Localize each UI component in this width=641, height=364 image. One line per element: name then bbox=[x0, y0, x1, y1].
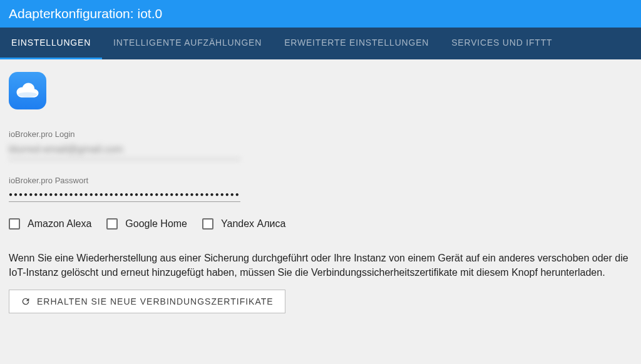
refresh-icon bbox=[21, 296, 31, 306]
svg-point-0 bbox=[18, 93, 37, 98]
assistants-checkbox-group: Amazon Alexa Google Home Yandex Алиса bbox=[9, 218, 632, 230]
login-field: ioBroker.pro Login bbox=[9, 129, 240, 159]
checkbox-box-icon bbox=[9, 218, 20, 230]
tab-einstellungen[interactable]: EINSTELLUNGEN bbox=[0, 28, 102, 59]
checkbox-label: Yandex Алиса bbox=[221, 218, 285, 230]
checkbox-amazon-alexa[interactable]: Amazon Alexa bbox=[9, 218, 91, 230]
cloud-icon bbox=[14, 81, 41, 100]
tab-erweiterte-einstellungen[interactable]: ERWEITERTE EINSTELLUNGEN bbox=[273, 28, 440, 59]
tab-intelligente-aufzaehlungen[interactable]: INTELLIGENTE AUFZÄHLUNGEN bbox=[102, 28, 273, 59]
tab-services-und-ifttt[interactable]: SERVICES UND IFTTT bbox=[440, 28, 563, 59]
checkbox-label: Amazon Alexa bbox=[28, 218, 91, 230]
content-area: ioBroker.pro Login ioBroker.pro Passwort… bbox=[0, 59, 641, 326]
login-input[interactable] bbox=[9, 141, 240, 159]
login-label: ioBroker.pro Login bbox=[9, 129, 240, 139]
get-certificates-button[interactable]: ERHALTEN SIE NEUE VERBINDUNGSZERTIFIKATE bbox=[9, 290, 285, 313]
checkbox-box-icon bbox=[202, 218, 213, 230]
cloud-app-icon bbox=[9, 72, 46, 109]
checkbox-google-home[interactable]: Google Home bbox=[106, 218, 187, 230]
cert-button-label: ERHALTEN SIE NEUE VERBINDUNGSZERTIFIKATE bbox=[37, 296, 274, 306]
checkbox-yandex-alisa[interactable]: Yandex Алиса bbox=[202, 218, 285, 230]
password-input[interactable] bbox=[9, 188, 240, 202]
checkbox-box-icon bbox=[106, 218, 118, 230]
password-field: ioBroker.pro Passwort bbox=[9, 176, 240, 202]
tabs-bar: EINSTELLUNGEN INTELLIGENTE AUFZÄHLUNGEN … bbox=[0, 28, 641, 59]
password-label: ioBroker.pro Passwort bbox=[9, 176, 240, 185]
page-title: Adapterkonfiguration: iot.0 bbox=[9, 6, 162, 21]
page-header: Adapterkonfiguration: iot.0 bbox=[0, 0, 641, 28]
checkbox-label: Google Home bbox=[125, 218, 187, 230]
certificate-info-text: Wenn Sie eine Wiederherstellung aus eine… bbox=[9, 251, 632, 280]
